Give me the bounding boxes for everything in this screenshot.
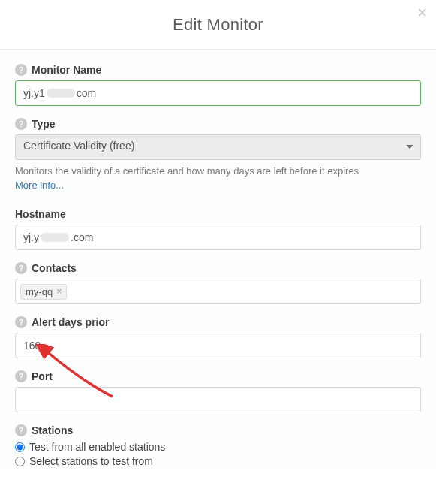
- alert-days-group: ? Alert days prior: [15, 316, 421, 358]
- contacts-label-row: ? Contacts: [15, 262, 421, 274]
- input-text-part: .com: [71, 231, 93, 243]
- help-icon[interactable]: ?: [15, 262, 27, 274]
- contacts-group: ? Contacts my-qq ×: [15, 262, 421, 304]
- stations-option-all[interactable]: Test from all enabled stations: [15, 441, 421, 453]
- redacted-text: [47, 89, 75, 98]
- redacted-text: [41, 233, 69, 242]
- hostname-label-row: Hostname: [15, 208, 421, 220]
- input-text-part: yj.y: [23, 231, 39, 243]
- help-icon[interactable]: ?: [15, 424, 27, 436]
- remove-tag-icon[interactable]: ×: [56, 286, 62, 297]
- stations-option-all-label: Test from all enabled stations: [29, 441, 165, 453]
- port-label-row: ? Port: [15, 370, 421, 382]
- stations-label-row: ? Stations: [15, 424, 421, 436]
- type-selected-value: Certificate Validity (free): [23, 140, 134, 152]
- port-label: Port: [32, 370, 53, 382]
- stations-group: ? Stations Test from all enabled station…: [15, 424, 421, 467]
- close-button[interactable]: ×: [417, 5, 427, 21]
- type-help-text: Monitors the validity of a certificate a…: [15, 164, 421, 178]
- hostname-input[interactable]: yj.y .com: [15, 225, 421, 250]
- type-label-row: ? Type: [15, 118, 421, 130]
- monitor-name-label-row: ? Monitor Name: [15, 64, 421, 76]
- type-group: ? Type Certificate Validity (free) Monit…: [15, 118, 421, 192]
- stations-option-select[interactable]: Select stations to test from: [15, 455, 421, 467]
- monitor-name-label: Monitor Name: [32, 64, 101, 76]
- type-label: Type: [32, 118, 56, 130]
- contact-tag: my-qq ×: [20, 284, 67, 300]
- port-group: ? Port: [15, 370, 421, 412]
- hostname-label: Hostname: [15, 208, 66, 220]
- more-info-link[interactable]: More info...: [15, 180, 64, 191]
- help-icon[interactable]: ?: [15, 118, 27, 130]
- hostname-group: Hostname yj.y .com: [15, 208, 421, 250]
- alert-days-label: Alert days prior: [32, 316, 109, 328]
- type-select[interactable]: Certificate Validity (free): [15, 134, 421, 160]
- help-icon[interactable]: ?: [15, 64, 27, 76]
- stations-radio-all[interactable]: [15, 442, 25, 452]
- stations-label: Stations: [32, 424, 73, 436]
- input-text-part: yj.y1: [23, 87, 45, 99]
- stations-option-select-label: Select stations to test from: [29, 455, 153, 467]
- help-icon[interactable]: ?: [15, 370, 27, 382]
- port-input[interactable]: [15, 387, 421, 412]
- type-select-wrap: Certificate Validity (free): [15, 134, 421, 160]
- input-text-part: com: [77, 87, 96, 99]
- contact-tag-label: my-qq: [26, 286, 53, 297]
- monitor-name-input[interactable]: yj.y1 com: [15, 80, 421, 106]
- stations-radio-select[interactable]: [15, 457, 25, 466]
- alert-days-label-row: ? Alert days prior: [15, 316, 421, 328]
- contacts-label: Contacts: [32, 262, 77, 274]
- contacts-input[interactable]: my-qq ×: [15, 279, 421, 304]
- help-icon[interactable]: ?: [15, 316, 27, 328]
- modal-header: Edit Monitor ×: [0, 0, 436, 50]
- alert-days-input[interactable]: [15, 333, 421, 358]
- monitor-name-group: ? Monitor Name yj.y1 com: [15, 64, 421, 106]
- modal-title: Edit Monitor: [173, 15, 263, 35]
- modal-body: ? Monitor Name yj.y1 com ? Type Certific…: [0, 50, 436, 467]
